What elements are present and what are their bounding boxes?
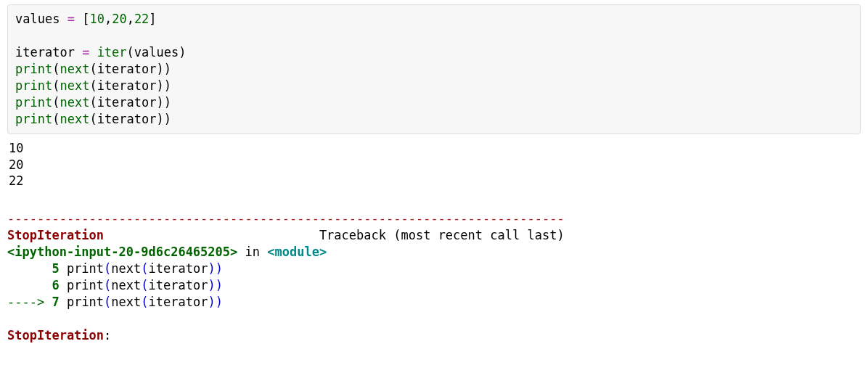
- traceback-text: )): [208, 261, 222, 276]
- code-token: ): [157, 62, 164, 76]
- code-token: (: [52, 62, 60, 76]
- code-token: ): [157, 112, 164, 126]
- traceback-text: print: [60, 261, 104, 276]
- code-token: [75, 12, 82, 26]
- code-token: (: [89, 95, 97, 110]
- error-name-final: StopIteration: [7, 328, 104, 343]
- traceback-output: ----------------------------------------…: [7, 189, 861, 343]
- traceback-separator: ----------------------------------------…: [7, 211, 565, 226]
- output-line: 22: [9, 173, 23, 188]
- code-token: (: [127, 45, 134, 60]
- code-token: next: [60, 112, 89, 126]
- code-token: =: [67, 12, 75, 26]
- code-token: iterator: [15, 45, 82, 60]
- traceback-text: [104, 228, 319, 242]
- traceback-text: (: [104, 278, 111, 292]
- code-token: values: [134, 45, 179, 60]
- notebook-cell: values = [10,20,22] iterator = iter(valu…: [0, 0, 868, 353]
- traceback-text: )): [208, 295, 222, 309]
- code-token: ): [164, 62, 171, 76]
- output-line: 10: [9, 141, 23, 155]
- code-token: print: [15, 62, 52, 76]
- traceback-text: (: [141, 261, 148, 276]
- output-line: 20: [9, 157, 23, 172]
- code-token: 22: [134, 12, 149, 26]
- code-token: ,: [127, 12, 134, 26]
- code-token: ): [164, 95, 171, 110]
- traceback-lineno: 5: [7, 261, 60, 276]
- code-token: [89, 45, 97, 60]
- code-token: next: [60, 95, 89, 110]
- stdout-output: 10 20 22: [7, 134, 861, 190]
- code-token: iterator: [97, 78, 157, 93]
- code-token: ]: [149, 12, 156, 26]
- traceback-text: iterator: [149, 295, 208, 309]
- traceback-text: next: [111, 295, 141, 309]
- traceback-arrow: ---->: [7, 295, 52, 309]
- traceback-text: (: [141, 278, 148, 292]
- code-token: next: [60, 62, 89, 76]
- traceback-text: )): [208, 278, 222, 292]
- code-token: print: [15, 78, 52, 93]
- code-token: values: [15, 12, 67, 26]
- traceback-text: (: [104, 295, 111, 309]
- code-token: ): [157, 95, 164, 110]
- code-token: (: [52, 78, 60, 93]
- code-token: (: [89, 112, 97, 126]
- traceback-source-ref: <ipython-input-20-9d6c26465205>: [7, 245, 237, 259]
- code-token: print: [15, 112, 52, 126]
- code-token: ): [164, 78, 171, 93]
- traceback-text: (: [104, 261, 111, 276]
- traceback-text: next: [111, 278, 141, 292]
- traceback-text: (: [141, 295, 148, 309]
- code-token: next: [60, 78, 89, 93]
- code-token: 10: [89, 12, 104, 26]
- error-name: StopIteration: [7, 228, 104, 242]
- traceback-lineno: 7: [52, 295, 59, 309]
- traceback-module: <module>: [267, 245, 327, 259]
- code-token: ): [157, 78, 164, 93]
- code-token: iterator: [97, 62, 157, 76]
- traceback-lineno: 6: [7, 278, 60, 292]
- code-token: =: [82, 45, 89, 60]
- traceback-text: :: [104, 328, 118, 343]
- code-token: iterator: [97, 112, 157, 126]
- code-token: [: [82, 12, 89, 26]
- code-token: print: [15, 95, 52, 110]
- code-token: iterator: [97, 95, 157, 110]
- traceback-text: iterator: [149, 261, 208, 276]
- code-token: 20: [112, 12, 126, 26]
- code-token: iter: [97, 45, 127, 60]
- traceback-text: print: [60, 278, 104, 292]
- code-token: (: [52, 95, 60, 110]
- traceback-text: print: [60, 295, 104, 309]
- code-token: (: [52, 112, 60, 126]
- traceback-text: Traceback (most recent call last): [319, 228, 565, 242]
- code-token: ): [164, 112, 171, 126]
- code-token: ): [179, 45, 186, 60]
- code-token: ,: [105, 12, 112, 26]
- traceback-text: iterator: [149, 278, 208, 292]
- code-input-cell[interactable]: values = [10,20,22] iterator = iter(valu…: [7, 4, 861, 134]
- code-token: (: [89, 78, 97, 93]
- code-token: (: [89, 62, 97, 76]
- traceback-text: in: [237, 245, 267, 259]
- traceback-text: next: [111, 261, 141, 276]
